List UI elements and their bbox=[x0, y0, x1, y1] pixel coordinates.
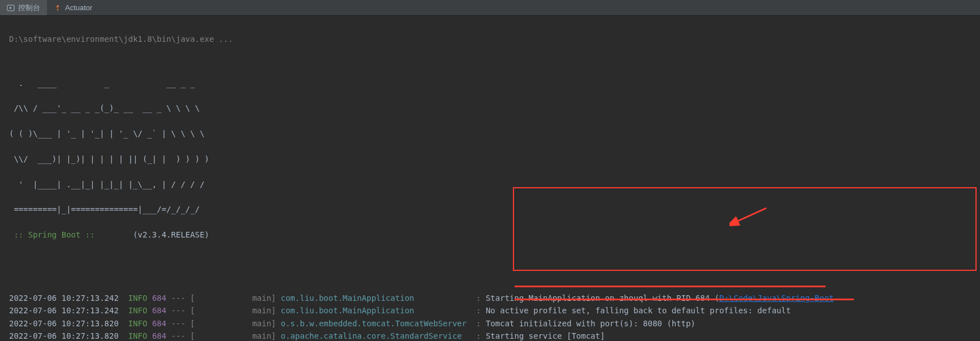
command-line: D:\software\environment\jdk1.8\bin\java.… bbox=[9, 33, 971, 45]
play-icon bbox=[7, 4, 15, 12]
svg-point-2 bbox=[57, 7, 59, 8]
log-level: INFO bbox=[128, 293, 148, 303]
spring-banner: . ____ _ __ _ _ /\\ / ___'_ __ _ _(_)_ _… bbox=[9, 64, 971, 254]
log-timestamp: 2022-07-06 10:27:13.820 bbox=[9, 331, 119, 340]
log-thread: main] bbox=[252, 319, 281, 328]
log-thread: main] bbox=[252, 331, 281, 340]
log-message: Starting service [Tomcat] bbox=[486, 331, 605, 340]
log-line: 2022-07-06 10:27:13.242 INFO 684 --- [ m… bbox=[9, 304, 971, 317]
log-sep: --- [ bbox=[166, 293, 252, 303]
log-colon: : bbox=[472, 306, 486, 315]
log-level: INFO bbox=[128, 319, 148, 328]
tab-actuator[interactable]: Actuator bbox=[47, 0, 99, 15]
log-sep: --- [ bbox=[166, 306, 252, 315]
log-thread: main] bbox=[252, 293, 281, 303]
log-level: INFO bbox=[128, 306, 148, 315]
log-logger: o.apache.catalina.core.StandardService bbox=[280, 331, 471, 340]
tab-console[interactable]: 控制台 bbox=[0, 0, 47, 15]
log-logger: com.liu.boot.MainApplication bbox=[280, 306, 471, 315]
banner-line: \\/ ___)| |_)| | | | | || (_| | ) ) ) ) bbox=[9, 153, 971, 165]
tab-console-label: 控制台 bbox=[18, 3, 40, 13]
log-colon: : bbox=[472, 293, 486, 303]
log-timestamp: 2022-07-06 10:27:13.820 bbox=[9, 319, 119, 328]
log-timestamp: 2022-07-06 10:27:13.242 bbox=[9, 306, 119, 315]
banner-line: . ____ _ __ _ _ bbox=[9, 77, 971, 89]
banner-line: ' |____| .__|_| |_|_| |_\__, | / / / / bbox=[9, 178, 971, 191]
log-pid: 684 bbox=[152, 306, 166, 315]
log-logger: com.liu.boot.MainApplication bbox=[280, 293, 471, 303]
log-message: Tomcat initialized with port(s): 8080 (h… bbox=[486, 319, 696, 328]
banner-line: ( ( )\___ | '_ | '_| | '_ \/ _` | \ \ \ … bbox=[9, 127, 971, 140]
spring-version: (v2.3.4.RELEASE) bbox=[100, 230, 209, 239]
log-sep: --- [ bbox=[166, 319, 252, 328]
console-output-wrapper: D:\software\environment\jdk1.8\bin\java.… bbox=[0, 16, 980, 341]
log-message: No active profile set, falling back to d… bbox=[486, 306, 791, 315]
tab-bar: 控制台 Actuator bbox=[0, 0, 980, 16]
log-sep: --- [ bbox=[166, 331, 252, 340]
svg-marker-1 bbox=[10, 7, 12, 9]
log-thread: main] bbox=[252, 306, 281, 315]
log-pid: 684 bbox=[152, 319, 166, 328]
banner-line: =========|_|==============|___/=/_/_/_/ bbox=[9, 203, 971, 215]
spacer bbox=[9, 266, 971, 279]
spring-boot-label: :: Spring Boot :: bbox=[9, 230, 100, 239]
log-message: Starting MainApplication on zhouql with … bbox=[486, 293, 719, 303]
log-colon: : bbox=[472, 319, 486, 328]
log-line: 2022-07-06 10:27:13.820 INFO 684 --- [ m… bbox=[9, 317, 971, 330]
log-colon: : bbox=[472, 331, 486, 340]
annotation-underline-2 bbox=[515, 299, 854, 300]
log-timestamp: 2022-07-06 10:27:13.242 bbox=[9, 293, 119, 303]
actuator-icon bbox=[54, 4, 62, 12]
banner-line: /\\ / ___'_ __ _ _(_)_ __ __ _ \ \ \ \ bbox=[9, 102, 971, 114]
console-output[interactable]: D:\software\environment\jdk1.8\bin\java.… bbox=[0, 16, 980, 341]
log-pid: 684 bbox=[152, 331, 166, 340]
log-level: INFO bbox=[128, 331, 148, 340]
log-line: 2022-07-06 10:27:13.242 INFO 684 --- [ m… bbox=[9, 292, 971, 304]
file-link[interactable]: D:\Code\Java\Spring-Boot bbox=[719, 293, 834, 303]
log-logger: o.s.b.w.embedded.tomcat.TomcatWebServer bbox=[280, 319, 471, 328]
spring-boot-line: :: Spring Boot :: (v2.3.4.RELEASE) bbox=[9, 228, 971, 241]
log-pid: 684 bbox=[152, 293, 166, 303]
log-line: 2022-07-06 10:27:13.820 INFO 684 --- [ m… bbox=[9, 330, 971, 341]
tab-actuator-label: Actuator bbox=[65, 3, 92, 12]
annotation-underline-1 bbox=[515, 286, 826, 287]
